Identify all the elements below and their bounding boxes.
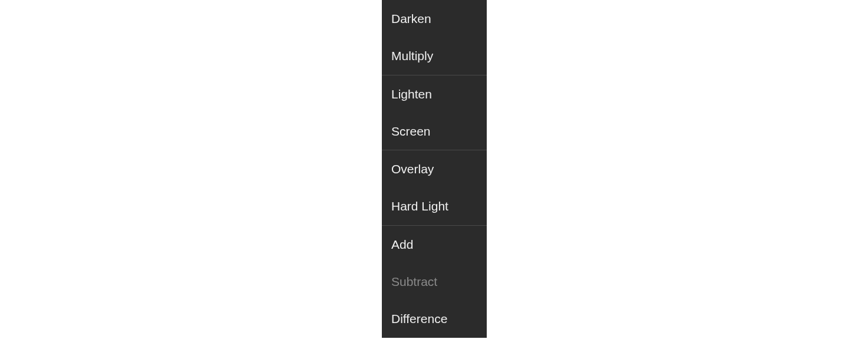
menu-item-label: Difference (391, 312, 447, 325)
menu-item-darken[interactable]: Darken (382, 0, 487, 37)
menu-item-subtract: Subtract (382, 263, 487, 300)
menu-item-label: Overlay (391, 162, 434, 176)
menu-item-label: Multiply (391, 49, 433, 62)
menu-item-add[interactable]: Add (382, 226, 487, 263)
menu-item-label: Hard Light (391, 199, 448, 213)
menu-item-lighten[interactable]: Lighten (382, 75, 487, 113)
menu-item-hard-light[interactable]: Hard Light (382, 187, 487, 225)
menu-item-label: Lighten (391, 87, 432, 101)
menu-item-label: Screen (391, 124, 431, 138)
menu-item-screen[interactable]: Screen (382, 113, 487, 150)
menu-item-multiply[interactable]: Multiply (382, 37, 487, 74)
menu-item-label: Add (391, 238, 413, 251)
menu-item-overlay[interactable]: Overlay (382, 150, 487, 187)
blend-mode-menu: Darken Multiply Lighten Screen Overlay H… (382, 0, 487, 338)
menu-item-difference[interactable]: Difference (382, 300, 487, 337)
menu-item-label: Subtract (391, 275, 437, 288)
menu-item-label: Darken (391, 12, 431, 25)
